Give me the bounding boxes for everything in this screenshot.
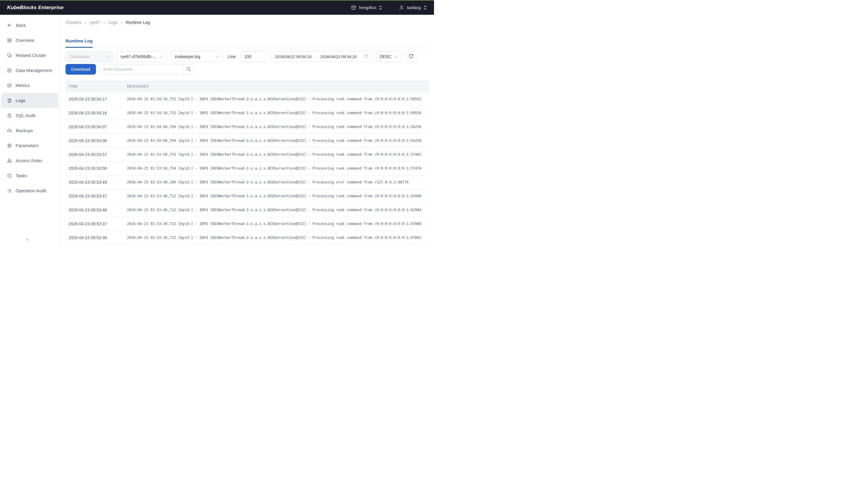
log-table: TIME MESSAGES 2026-04-23 09:54:172026-04…	[65, 81, 429, 245]
log-table-header: TIME MESSAGES	[65, 81, 429, 92]
log-row: 2026-04-23 09:53:362026-04-23 01:53:36,7…	[65, 231, 429, 245]
gear-icon	[7, 143, 12, 148]
date-start-value: 2026/04/22 09:54:20	[275, 55, 311, 59]
sidebar-item-label: Metrics	[16, 83, 30, 88]
breadcrumb-item-clusters[interactable]: Clusters	[65, 20, 81, 25]
org-selector[interactable]: heng4fun	[351, 5, 382, 10]
sidebar-item-label: Tasks	[16, 173, 27, 178]
search-button[interactable]	[183, 64, 194, 74]
app-logo: KubeBlocks Enterprise	[7, 5, 63, 10]
arrow-right-icon: →	[314, 55, 318, 59]
clock-icon	[7, 173, 12, 178]
download-button[interactable]: Download	[65, 64, 96, 74]
breadcrumb-item-rye67[interactable]: rye67	[89, 20, 100, 25]
server-icon	[7, 68, 12, 73]
log-time-cell: 2026-04-23 09:53:56	[65, 166, 127, 171]
log-message-cell: 2026-04-23 01:53:46,712 [myid:] - INFO […	[127, 208, 429, 212]
sidebar-item-access-rules[interactable]: Access Rules	[1, 153, 58, 168]
filter-row: ZooKeeper rye67-d7b499dfc-... zookeeper.…	[65, 51, 429, 62]
sidebar: BackOverviewRelated ClusterData Manageme…	[0, 15, 60, 246]
log-time-cell: 2026-04-23 09:54:17	[65, 97, 127, 102]
sidebar-item-label: Data Management	[16, 68, 52, 73]
pod-select[interactable]: rye67-d7b499dfc-...	[117, 51, 167, 62]
sidebar-item-label: Overview	[16, 38, 34, 43]
sort-order-select[interactable]: DESC	[376, 51, 402, 62]
sidebar-collapse-button[interactable]: «	[26, 236, 28, 242]
log-row: 2026-04-23 09:53:562026-04-23 01:53:56,7…	[65, 162, 429, 175]
log-row: 2026-04-23 09:54:072026-04-23 01:54:06,7…	[65, 120, 429, 134]
sidebar-item-logs[interactable]: Logs	[1, 93, 58, 108]
main-content: Clusters>rye67>Logs>Runtime Log Runtime …	[60, 15, 434, 246]
arrow-left-icon	[7, 23, 12, 28]
sidebar-item-sql-audit[interactable]: SQL Audit	[1, 108, 58, 123]
log-row: 2026-04-23 09:53:372026-04-23 01:53:36,7…	[65, 217, 429, 231]
log-row: 2026-04-23 09:53:472026-04-23 01:53:46,7…	[65, 189, 429, 203]
search-icon	[186, 67, 191, 72]
log-time-cell: 2026-04-23 09:53:36	[65, 235, 127, 240]
sidebar-item-metrics[interactable]: Metrics	[1, 78, 58, 93]
log-row: 2026-04-23 09:54:172026-04-23 01:54:16,7…	[65, 92, 429, 106]
app-header: KubeBlocks Enterprise heng4fun taofang	[0, 1, 434, 15]
user-selector[interactable]: taofang	[399, 5, 427, 10]
log-row: 2026-04-23 09:54:162026-04-23 01:54:16,7…	[65, 106, 429, 120]
component-select[interactable]: ZooKeeper	[65, 51, 113, 62]
sidebar-item-tasks[interactable]: Tasks	[1, 168, 58, 183]
breadcrumb-separator: >	[84, 20, 86, 25]
grid-icon	[7, 38, 12, 43]
doc-person-icon	[7, 113, 12, 118]
log-message-cell: 2026-04-23 01:53:56,755 [myid:] - INFO […	[127, 152, 429, 156]
log-row: 2026-04-23 09:53:572026-04-23 01:53:56,7…	[65, 148, 429, 162]
date-range-picker[interactable]: 2026/04/22 09:54:20 → 2026/04/23 09:54:2…	[271, 51, 372, 62]
log-message-cell: 2026-04-23 01:54:16,752 [myid:] - INFO […	[127, 111, 429, 115]
log-time-cell: 2026-04-23 09:54:16	[65, 111, 127, 115]
document-icon	[7, 98, 12, 103]
keyword-search-input[interactable]	[100, 64, 183, 74]
log-table-body: 2026-04-23 09:54:172026-04-23 01:54:16,7…	[65, 92, 429, 245]
sidebar-item-label: Related Cluster	[16, 53, 46, 58]
log-time-cell: 2026-04-23 09:53:47	[65, 194, 127, 198]
sidebar-item-label: SQL Audit	[16, 113, 36, 118]
pod-select-value: rye67-d7b499dfc-...	[120, 54, 156, 59]
org-name: heng4fun	[359, 5, 376, 10]
sidebar-item-data-management[interactable]: Data Management	[1, 63, 58, 78]
log-time-cell: 2026-04-23 09:53:57	[65, 152, 127, 157]
sidebar-item-related-cluster[interactable]: Related Cluster	[1, 48, 58, 63]
log-message-cell: 2026-04-23 01:53:46,712 [myid:] - INFO […	[127, 194, 429, 198]
log-message-cell: 2026-04-23 01:53:56,754 [myid:] - INFO […	[127, 166, 429, 170]
refresh-icon	[409, 53, 413, 60]
sidebar-item-label: Logs	[16, 98, 25, 103]
log-time-cell: 2026-04-23 09:53:46	[65, 208, 127, 212]
sidebar-item-label: Backups	[16, 128, 33, 133]
chevron-down-icon	[216, 54, 219, 59]
log-time-cell: 2026-04-23 09:53:49	[65, 180, 127, 185]
sidebar-item-operation-audit[interactable]: Operation Audit	[1, 183, 58, 198]
sort-order-value: DESC	[380, 54, 391, 59]
refresh-button[interactable]	[406, 51, 416, 62]
sidebar-item-parameters[interactable]: Parameters	[1, 138, 58, 153]
component-select-value: ZooKeeper	[69, 54, 90, 59]
log-file-select-value: zookeeper.log	[175, 54, 200, 59]
sidebar-item-back[interactable]: Back	[1, 18, 58, 33]
log-time-cell: 2026-04-23 09:54:06	[65, 138, 127, 143]
chevron-up-down-icon	[423, 5, 427, 10]
log-message-cell: 2026-04-23 01:53:49,160 [myid:] - INFO […	[127, 180, 429, 184]
sidebar-item-label: Back	[16, 23, 26, 28]
user-name: taofang	[407, 5, 421, 10]
sidebar-item-label: Access Rules	[16, 158, 42, 163]
log-row: 2026-04-23 09:53:492026-04-23 01:53:49,1…	[65, 175, 429, 189]
log-message-cell: 2026-04-23 01:54:16,752 [myid:] - INFO […	[127, 97, 429, 101]
log-row: 2026-04-23 09:54:062026-04-23 01:54:06,7…	[65, 134, 429, 148]
breadcrumb-item-logs[interactable]: Logs	[108, 20, 118, 25]
cloud-upload-icon	[7, 128, 12, 133]
hierarchy-icon	[7, 158, 12, 163]
line-count-input[interactable]	[240, 51, 267, 62]
sidebar-item-overview[interactable]: Overview	[1, 33, 58, 48]
log-message-cell: 2026-04-23 01:54:06,704 [myid:] - INFO […	[127, 125, 429, 129]
log-file-select[interactable]: zookeeper.log	[170, 51, 223, 62]
sidebar-item-backups[interactable]: Backups	[1, 123, 58, 138]
log-message-cell: 2026-04-23 01:53:36,722 [myid:] - INFO […	[127, 236, 429, 240]
tab-runtime-log[interactable]: Runtime Log	[65, 38, 93, 48]
calendar-icon	[364, 54, 368, 59]
log-row: 2026-04-23 09:53:462026-04-23 01:53:46,7…	[65, 203, 429, 217]
chevron-down-icon	[160, 54, 163, 59]
